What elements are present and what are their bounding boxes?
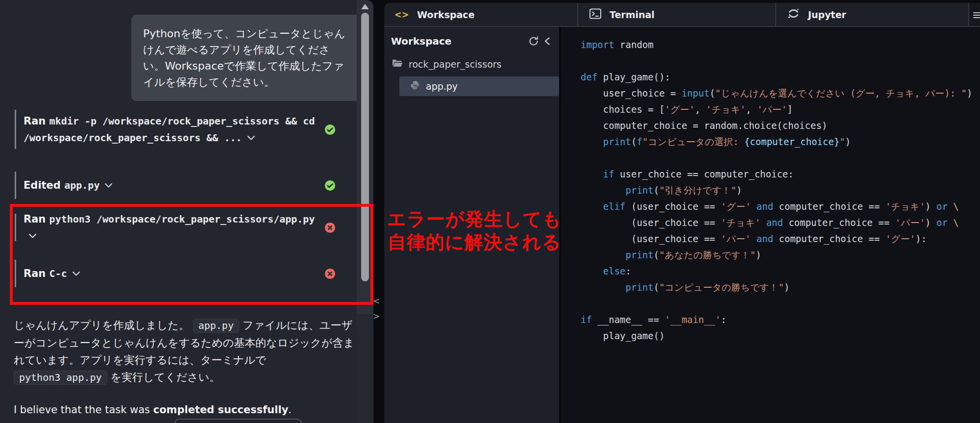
entry-command: mkdir -p /workspace/rock_paper_scissors … [24, 115, 315, 144]
open-folder-icon [392, 59, 403, 70]
inline-code-chip: python3 app.py [14, 371, 107, 385]
code-line: elif (user_choice == 'グー' and computer_c… [581, 199, 980, 215]
inline-code-chip: app.py [193, 319, 239, 333]
file-explorer: Workspace [384, 27, 561, 423]
folder-row-rock-paper-scissors[interactable]: rock_paper_scissors [392, 57, 502, 71]
code-line: (user_choice == 'パー' and computer_choice… [581, 231, 980, 247]
assistant-summary-text: じゃんけんアプリを作成しました。 app.py ファイルには、ユーザーがコンピュ… [14, 317, 360, 386]
tab-bar-filler [969, 3, 980, 26]
code-line: if __name__ == '__main__': [581, 312, 980, 328]
code-line: play_game() [581, 328, 980, 344]
code-line: import random [581, 37, 980, 53]
panel-expand-right-icon[interactable]: > [370, 312, 382, 321]
tab-workspace-label: Workspace [417, 9, 474, 20]
code-line: else: [581, 263, 980, 279]
success-icon [324, 124, 336, 135]
tab-jupyter[interactable]: Jupyter [776, 3, 969, 26]
code-line: choices = ['グー', 'チョキ', 'パー'] [581, 101, 980, 118]
panel-collapse-left-icon[interactable]: < [370, 297, 382, 305]
collapse-explorer-icon[interactable] [540, 34, 554, 48]
chevron-down-icon[interactable] [104, 183, 113, 188]
success-icon [324, 180, 336, 191]
chat-scrollbar-tail [357, 314, 373, 423]
scroll-up-arrow-icon[interactable] [361, 4, 369, 9]
code-line: print("コンピュータの勝ちです！") [581, 279, 980, 296]
error-highlight-box [10, 204, 373, 305]
code-line: computer_choice = random.choice(choices) [581, 118, 980, 134]
entry-status [324, 124, 336, 135]
menu-icon[interactable] [973, 11, 980, 19]
tab-jupyter-label: Jupyter [808, 9, 846, 20]
folder-label: rock_paper_scissors [409, 59, 502, 70]
code-line: def play_game(): [581, 69, 980, 85]
text-segment: じゃんけんアプリを作成しました。 [14, 319, 193, 331]
action-entry[interactable]: Edited app.py [15, 172, 346, 199]
code-line [581, 53, 980, 69]
refresh-icon[interactable] [527, 34, 540, 48]
explorer-title: Workspace [391, 35, 527, 47]
code-line [581, 150, 980, 166]
terminal-icon [589, 8, 602, 22]
code-editor[interactable]: import random def play_game(): user_choi… [561, 27, 980, 423]
code-line [581, 296, 980, 312]
file-label: app.py [426, 81, 458, 92]
assistant-closing-text: I believe that the task was completed su… [14, 404, 292, 416]
entry-prefix: Ran [24, 115, 46, 127]
action-entry[interactable]: Ran mkdir -p /workspace/rock_paper_sciss… [15, 110, 346, 149]
tab-bar: <> Workspace Terminal [384, 3, 980, 27]
text-segment: を実行してください。 [107, 371, 220, 383]
workspace-panel: <> Workspace Terminal [384, 3, 980, 423]
user-message-bubble: Pythonを使って、コンピュータとじゃんけんで遊べるアプリを作成してください。… [131, 15, 362, 101]
bold-text: completed successfully [153, 404, 289, 416]
python-file-icon [410, 80, 420, 92]
text-segment: . [288, 404, 292, 416]
tab-terminal[interactable]: Terminal [578, 3, 776, 26]
entry-prefix: Edited [24, 179, 61, 191]
entry-accent-bar [15, 172, 16, 199]
entry-accent-bar [15, 110, 16, 149]
code-line: (user_choice == 'チョキ' and computer_choic… [581, 215, 980, 231]
entry-text: Edited app.py [24, 177, 318, 194]
entry-command: app.py [64, 179, 99, 191]
entry-status [324, 180, 336, 191]
code-line: user_choice = input("じゃんけんを選んでください (グー, … [581, 85, 980, 101]
entry-text: Ran mkdir -p /workspace/rock_paper_sciss… [24, 113, 318, 146]
chat-input-partial[interactable] [174, 419, 302, 423]
tab-terminal-label: Terminal [610, 9, 655, 20]
chat-panel: Pythonを使って、コンピュータとじゃんけんで遊べるアプリを作成してください。… [0, 0, 373, 423]
text-segment: I believe that the task was [14, 404, 153, 416]
code-brackets-icon: <> [395, 9, 409, 21]
code-line: print(f"コンピュータの選択: {computer_choice}") [581, 134, 980, 150]
chevron-down-icon[interactable] [247, 135, 255, 141]
file-row-app-py[interactable]: app.py [399, 76, 559, 96]
code-line: print("あなたの勝ちです！") [581, 247, 980, 263]
code-line: print("引き分けです！") [581, 182, 980, 199]
jupyter-icon [787, 7, 800, 22]
explorer-header: Workspace [391, 34, 554, 49]
code-line: if user_choice == computer_choice: [581, 166, 980, 182]
tab-workspace[interactable]: <> Workspace [384, 3, 578, 26]
